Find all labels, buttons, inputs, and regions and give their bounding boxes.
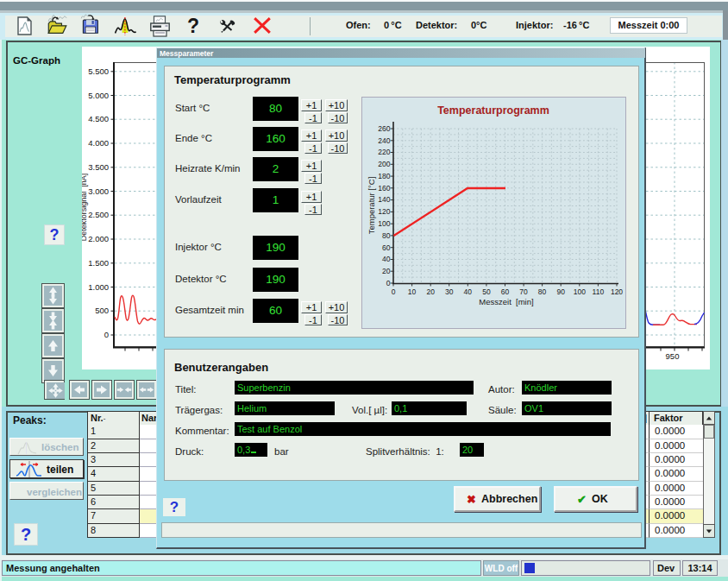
svg-text:70: 70 (519, 287, 528, 296)
svg-text:100: 100 (378, 219, 390, 228)
svg-text:0: 0 (386, 279, 391, 287)
svg-text:40: 40 (464, 287, 473, 296)
svg-text:260: 260 (378, 124, 390, 133)
svg-text:50: 50 (482, 287, 491, 296)
svg-text:3.000: 3.000 (88, 186, 109, 196)
svg-text:120: 120 (378, 207, 390, 216)
svg-text:100: 100 (574, 287, 586, 296)
svg-text:30: 30 (445, 287, 454, 296)
svg-text:120: 120 (611, 287, 623, 296)
svg-text:0: 0 (104, 330, 109, 339)
svg-text:Detektorsignal [nA]: Detektorsignal [nA] (82, 174, 88, 242)
svg-text:950: 950 (666, 351, 680, 361)
svg-text:60: 60 (382, 243, 391, 252)
svg-text:5.000: 5.000 (88, 91, 109, 100)
svg-text:Temperaturprogramm: Temperaturprogramm (437, 104, 549, 117)
svg-text:20: 20 (382, 267, 391, 275)
svg-text:60: 60 (501, 287, 510, 296)
svg-text:220: 220 (378, 148, 390, 156)
svg-text:1.000: 1.000 (88, 282, 109, 292)
svg-text:180: 180 (378, 172, 390, 180)
svg-text:5.500: 5.500 (88, 66, 109, 76)
svg-text:20: 20 (426, 287, 435, 296)
svg-text:160: 160 (378, 184, 390, 193)
svg-text:80: 80 (382, 231, 391, 240)
svg-text:4.000: 4.000 (88, 138, 109, 148)
svg-text:0: 0 (392, 287, 396, 296)
svg-text:2.000: 2.000 (88, 234, 109, 243)
svg-text:3.500: 3.500 (88, 162, 109, 172)
svg-text:10: 10 (408, 287, 417, 296)
svg-text:4.500: 4.500 (88, 114, 109, 123)
svg-text:200: 200 (378, 160, 390, 168)
svg-text:2.500: 2.500 (88, 210, 109, 219)
svg-text:240: 240 (378, 136, 390, 145)
svg-text:40: 40 (382, 255, 391, 263)
svg-text:140: 140 (378, 195, 390, 204)
svg-text:Messzeit [min]: Messzeit [min] (479, 297, 533, 306)
svg-text:110: 110 (593, 287, 605, 296)
svg-text:500: 500 (95, 306, 109, 315)
svg-text:1.500: 1.500 (88, 258, 109, 268)
svg-text:90: 90 (556, 287, 565, 296)
svg-text:80: 80 (538, 287, 547, 296)
svg-text:Temperatur [°C]: Temperatur [°C] (367, 177, 376, 235)
